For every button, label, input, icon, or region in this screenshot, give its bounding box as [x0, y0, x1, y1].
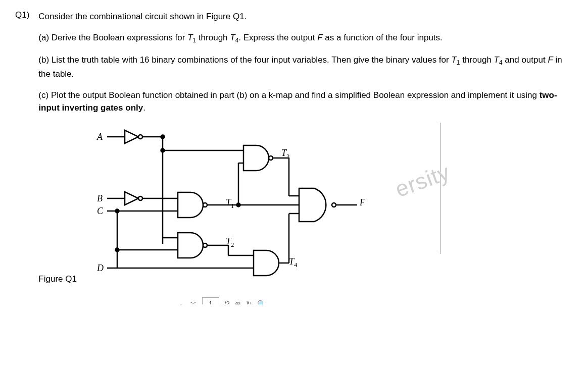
- question-intro: Consider the combinational circuit shown…: [38, 10, 573, 23]
- svg-point-12: [203, 203, 207, 207]
- next-page-button[interactable]: ﹀: [190, 299, 197, 304]
- node-t2-label: T2: [226, 236, 234, 249]
- page-total: /2: [224, 300, 230, 304]
- search-icon[interactable]: 🔍: [257, 300, 266, 304]
- part-a-suffix: as a function of the four inputs.: [323, 33, 443, 42]
- zoom-in-icon[interactable]: ⊕: [235, 300, 241, 304]
- part-b-mid2: and output: [503, 55, 548, 65]
- svg-point-24: [269, 156, 273, 160]
- part-b-f: F: [548, 55, 553, 65]
- svg-point-1: [138, 135, 142, 139]
- prev-page-button[interactable]: ︿: [178, 299, 185, 304]
- part-b-t4-sub: 4: [499, 59, 503, 66]
- figure-row: Figure Q1 ersity A B C D T1 T2 T3 T4 F: [38, 123, 573, 294]
- svg-point-17: [115, 248, 119, 251]
- part-a-t4: T: [230, 33, 235, 42]
- part-c-suffix: .: [143, 103, 145, 113]
- question-body: Consider the combinational circuit shown…: [38, 10, 573, 294]
- part-b-t4: T: [494, 55, 499, 65]
- part-a-mid1: through: [196, 33, 230, 42]
- svg-point-6: [138, 196, 142, 200]
- circuit-svg: [97, 123, 420, 294]
- part-b: (b) List the truth table with 16 binary …: [38, 54, 573, 81]
- vertical-separator: [440, 123, 440, 254]
- rotate-icon[interactable]: ↻: [246, 300, 252, 304]
- part-a: (a) Derive the Boolean expressions for T…: [38, 31, 573, 45]
- node-t4-label: T4: [289, 256, 297, 269]
- node-t3-label: T3: [281, 148, 289, 161]
- svg-point-34: [332, 203, 336, 207]
- part-c: (c) Plot the output Boolean function obt…: [38, 89, 573, 115]
- input-a-label: A: [97, 132, 103, 142]
- question-block: Q1) Consider the combinational circuit s…: [15, 10, 573, 294]
- pdf-pager: ︿ ﹀ /2 ⊕ ↻ 🔍: [178, 297, 420, 304]
- circuit-diagram: ersity A B C D T1 T2 T3 T4 F: [97, 123, 420, 294]
- part-c-prefix: (c) Plot the output Boolean function obt…: [38, 90, 539, 100]
- part-b-mid1: through: [460, 55, 494, 65]
- input-d-label: D: [97, 263, 104, 274]
- part-a-prefix: (a) Derive the Boolean expressions for: [38, 33, 187, 42]
- input-b-label: B: [97, 193, 103, 204]
- part-b-prefix: (b) List the truth table with 16 binary …: [38, 55, 451, 65]
- question-number: Q1): [15, 10, 29, 294]
- figure-caption: Figure Q1: [38, 274, 77, 284]
- page-number-input[interactable]: [202, 297, 219, 304]
- output-f-label: F: [360, 197, 365, 208]
- node-t1-label: T1: [226, 197, 234, 210]
- part-a-t1: T: [187, 33, 192, 42]
- part-a-mid2: . Express the output: [238, 33, 317, 42]
- input-c-label: C: [97, 206, 103, 217]
- svg-point-18: [203, 243, 207, 247]
- part-b-t1: T: [451, 55, 456, 65]
- part-a-f: F: [317, 33, 322, 42]
- svg-point-21: [161, 148, 164, 152]
